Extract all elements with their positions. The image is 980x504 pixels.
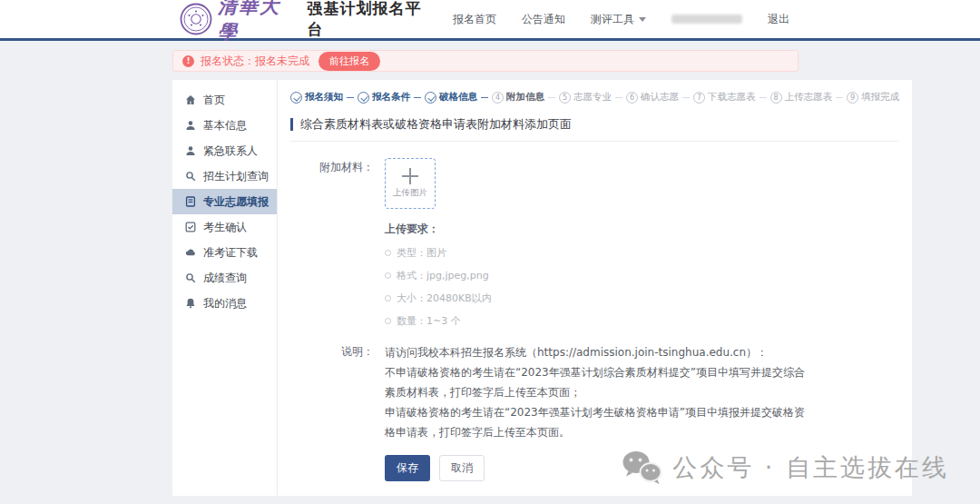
cloud-download-icon bbox=[185, 247, 196, 258]
user-name-redacted bbox=[671, 15, 742, 24]
sidebar-item-admission-ticket[interactable]: 准考证下载 bbox=[172, 240, 277, 265]
home-icon bbox=[185, 94, 196, 105]
status-text: 报名状态：报名未完成 bbox=[201, 54, 309, 69]
sidebar-item-emergency-contact[interactable]: 紧急联系人 bbox=[172, 138, 277, 163]
step-connector bbox=[682, 97, 690, 98]
sidebar-item-label: 首页 bbox=[203, 93, 225, 108]
sidebar-item-label: 紧急联系人 bbox=[203, 143, 258, 159]
university-seal-logo bbox=[180, 3, 212, 35]
upload-button-text: 上传图片 bbox=[393, 187, 427, 199]
header-nav: 报名首页 公告通知 测评工具 退出 bbox=[427, 12, 980, 27]
user-icon bbox=[185, 120, 196, 131]
sidebar-item-score-query[interactable]: 成绩查询 bbox=[172, 265, 277, 291]
sidebar: 首页 基本信息 紧急联系人 招生计划查询 专业志愿填报 bbox=[172, 80, 278, 496]
notes-label: 说明： bbox=[290, 342, 385, 442]
watermark-text: 公众号 · 自主选拔在线 bbox=[672, 451, 949, 484]
step-number-circle: 4 bbox=[492, 92, 504, 104]
step-complete: 9填报完成 bbox=[847, 91, 899, 104]
step-connector bbox=[615, 97, 622, 98]
sidebar-item-basic-info[interactable]: 基本信息 bbox=[172, 113, 277, 138]
status-alert: 报名状态：报名未完成 前往报名 bbox=[172, 50, 799, 72]
university-name: 清華大學 bbox=[218, 0, 295, 44]
sidebar-item-major-preference[interactable]: 专业志愿填报 bbox=[172, 189, 277, 214]
step-connector bbox=[836, 97, 843, 98]
step-confirm-choice: 6确认志愿 bbox=[626, 91, 679, 104]
notes-text: 请访问我校本科招生报名系统（https://admission.join-tsi… bbox=[385, 342, 811, 442]
sidebar-item-label: 准考证下载 bbox=[203, 245, 258, 261]
sidebar-item-label: 招生计划查询 bbox=[203, 169, 269, 184]
sidebar-item-messages[interactable]: 我的消息 bbox=[172, 291, 277, 316]
check-circle-icon bbox=[425, 92, 436, 104]
logout-link[interactable]: 退出 bbox=[768, 12, 789, 27]
step-conditions: 报名条件 bbox=[358, 91, 410, 104]
sidebar-item-label: 专业志愿填报 bbox=[203, 194, 269, 210]
step-notice: 报名须知 bbox=[290, 91, 343, 104]
note-line: 请访问我校本科招生报名系统（https://admission.join-tsi… bbox=[385, 342, 811, 362]
note-line: 不申请破格资格的考生请在“2023年强基计划综合素质材料提交”项目中填写并提交综… bbox=[385, 362, 811, 402]
step-number-circle: 5 bbox=[559, 92, 571, 104]
check-square-icon bbox=[185, 222, 196, 232]
app-header: 清華大學 强基计划报名平台 报名首页 公告通知 测评工具 退出 bbox=[0, 0, 980, 38]
sidebar-item-enrollment-plan[interactable]: 招生计划查询 bbox=[172, 163, 277, 189]
nav-announcements-link[interactable]: 公告通知 bbox=[522, 12, 565, 27]
sidebar-item-candidate-confirm[interactable]: 考生确认 bbox=[172, 214, 277, 240]
search-icon bbox=[185, 171, 196, 182]
sidebar-item-label: 我的消息 bbox=[203, 296, 247, 311]
step-number-circle: 8 bbox=[770, 92, 782, 104]
step-connector bbox=[481, 97, 488, 98]
title-accent-bar bbox=[290, 118, 293, 131]
watermark: 公众号 · 自主选拔在线 bbox=[622, 450, 949, 486]
upload-field-label: 附加材料： bbox=[290, 158, 385, 209]
step-connector bbox=[760, 97, 767, 98]
cancel-button[interactable]: 取消 bbox=[439, 455, 485, 481]
save-button[interactable]: 保存 bbox=[385, 455, 430, 481]
sidebar-item-home[interactable]: 首页 bbox=[172, 87, 277, 113]
check-circle-icon bbox=[290, 92, 302, 104]
upload-image-button[interactable]: 上传图片 bbox=[385, 158, 436, 209]
page: 清華大學 强基计划报名平台 报名首页 公告通知 测评工具 退出 报名状态：报名未… bbox=[0, 0, 980, 504]
step-upload-form: 8上传志愿表 bbox=[770, 91, 833, 104]
info-icon bbox=[182, 55, 194, 67]
step-download-form: 7下载志愿表 bbox=[693, 91, 756, 104]
page-body: 报名状态：报名未完成 前往报名 首页 基本信息 紧急联系人 bbox=[0, 41, 980, 504]
step-number-circle: 7 bbox=[693, 92, 705, 104]
sidebar-item-label: 基本信息 bbox=[203, 118, 247, 133]
check-circle-icon bbox=[358, 92, 369, 104]
platform-title: 强基计划报名平台 bbox=[308, 0, 427, 40]
step-number-circle: 6 bbox=[626, 92, 638, 104]
sidebar-item-label: 成绩查询 bbox=[203, 271, 247, 286]
plus-icon bbox=[402, 168, 418, 184]
user-icon bbox=[185, 145, 196, 156]
search-icon bbox=[185, 272, 196, 283]
main-content: 报名须知 报名条件 破格信息 4附加信息 5志愿专业 6确认志愿 7下载志愿表 … bbox=[278, 80, 912, 496]
sidebar-item-label: 考生确认 bbox=[203, 220, 247, 235]
step-exception-info: 破格信息 bbox=[425, 91, 477, 104]
nav-home-link[interactable]: 报名首页 bbox=[453, 12, 496, 27]
bell-icon bbox=[185, 298, 196, 309]
step-additional-info: 4附加信息 bbox=[492, 91, 544, 104]
section-title-text: 综合素质材料表或破格资格申请表附加材料添加页面 bbox=[300, 116, 572, 133]
nav-tools-label: 测评工具 bbox=[591, 13, 634, 25]
requirements-title: 上传要求： bbox=[385, 222, 899, 237]
requirement-item: 数量：1~3 个 bbox=[385, 314, 899, 328]
section-title: 综合素质材料表或破格资格申请表附加材料添加页面 bbox=[290, 116, 899, 142]
step-connector bbox=[414, 97, 421, 98]
requirement-item: 大小：20480KB以内 bbox=[385, 292, 899, 305]
step-connector bbox=[347, 97, 354, 98]
upload-requirements: 上传要求： 类型：图片 格式：jpg,jpeg,png 大小：20480KB以内… bbox=[385, 222, 899, 328]
step-connector bbox=[548, 97, 555, 98]
note-line: 申请破格资格的考生请在“2023年强基计划考生破格资格申请”项目中填报并提交破格… bbox=[385, 402, 811, 442]
wechat-icon bbox=[622, 450, 663, 486]
step-major-choice: 5志愿专业 bbox=[559, 91, 612, 104]
step-number-circle: 9 bbox=[847, 92, 858, 104]
go-register-button[interactable]: 前往报名 bbox=[318, 52, 380, 71]
nav-tools-dropdown[interactable]: 测评工具 bbox=[591, 12, 646, 27]
form-icon bbox=[185, 196, 196, 207]
requirement-item: 格式：jpg,jpeg,png bbox=[385, 269, 899, 282]
requirement-item: 类型：图片 bbox=[385, 246, 899, 260]
step-indicator: 报名须知 报名条件 破格信息 4附加信息 5志愿专业 6确认志愿 7下载志愿表 … bbox=[290, 91, 899, 104]
chevron-down-icon bbox=[639, 17, 646, 22]
